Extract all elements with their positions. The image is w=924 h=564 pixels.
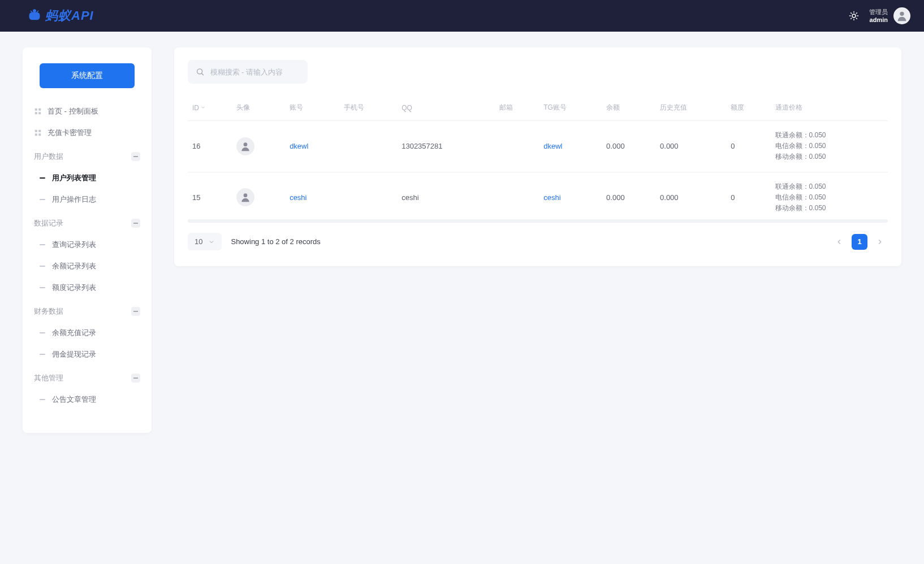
sidebar-item-label: 查询记录列表 [52,240,96,250]
sidebar-group-finance[interactable]: 财务数据 [31,298,144,322]
dash-icon [40,354,45,355]
sidebar-item-withdraw-records[interactable]: 佣金提现记录 [31,344,144,365]
theme-toggle-icon[interactable] [849,11,859,21]
cell-account[interactable]: dkewl [285,121,339,172]
svg-rect-3 [38,109,41,111]
next-page-button[interactable] [872,234,888,250]
cell-phone [339,121,397,172]
cell-account[interactable]: ceshi [285,172,339,223]
sidebar-item-label: 余额记录列表 [52,261,96,271]
sidebar-item-balance-records[interactable]: 余额记录列表 [31,255,144,277]
cell-quota: 0 [726,121,770,172]
col-tg: TG账号 [539,96,602,121]
cell-qq: 1302357281 [397,121,495,172]
sidebar-item-recharge-records[interactable]: 余额充值记录 [31,322,144,344]
svg-rect-9 [38,133,41,136]
collapse-icon[interactable] [131,374,140,383]
sidebar-item-user-list[interactable]: 用户列表管理 [31,167,144,189]
svg-rect-7 [38,130,41,132]
cell-history: 0.000 [655,172,726,223]
col-history: 历史充值 [655,96,726,121]
table-row[interactable]: 15 ceshi ceshi ceshi 0.000 0.000 0 联通余额：… [188,172,888,223]
table-scroll[interactable]: ID 头像 账号 手机号 QQ 邮箱 TG账号 余额 历史充值 额度 通道价格 [188,96,888,223]
col-qq: QQ [397,96,495,121]
user-table: ID 头像 账号 手机号 QQ 邮箱 TG账号 余额 历史充值 额度 通道价格 [188,96,888,223]
cell-quota: 0 [726,172,770,223]
dash-icon [40,399,45,400]
user-name: admin [869,16,888,24]
cell-phone [339,172,397,223]
sidebar-item-label: 额度记录列表 [52,283,96,293]
svg-point-15 [244,142,248,146]
svg-rect-5 [38,112,41,114]
sidebar-group-label: 财务数据 [34,306,63,316]
dash-icon [40,266,45,267]
search-input[interactable] [210,68,300,76]
sidebar-item-label: 用户操作日志 [52,194,96,205]
logo[interactable]: 蚂蚁API [27,8,94,24]
user-role: 管理员 [869,8,888,16]
svg-point-16 [244,194,248,198]
col-balance: 余额 [602,96,655,121]
svg-point-14 [197,69,202,74]
collapse-icon[interactable] [131,307,140,316]
page-1-button[interactable]: 1 [852,234,867,250]
collapse-icon[interactable] [131,152,140,161]
svg-rect-12 [133,311,138,312]
ant-logo-icon [27,8,42,23]
svg-rect-6 [35,130,37,132]
page-size-value: 10 [195,237,202,246]
sidebar-item-dashboard[interactable]: 首页 - 控制面板 [31,101,144,122]
sidebar-group-label: 用户数据 [34,151,63,162]
system-config-button[interactable]: 系统配置 [40,63,135,88]
search-icon [196,67,205,77]
col-quota: 额度 [726,96,770,121]
table-footer: 10 Showing 1 to 2 of 2 records 1 [188,233,888,250]
col-email: 邮箱 [495,96,539,121]
cell-tg[interactable]: ceshi [539,172,602,223]
sidebar-item-quota-records[interactable]: 额度记录列表 [31,277,144,298]
sidebar-group-other[interactable]: 其他管理 [31,365,144,389]
cell-tg[interactable]: dkewl [539,121,602,172]
dash-icon [40,244,45,245]
col-account: 账号 [285,96,339,121]
logo-text: 蚂蚁API [45,7,94,24]
sidebar-item-query-records[interactable]: 查询记录列表 [31,234,144,255]
sidebar-item-label: 充值卡密管理 [48,128,92,138]
table-row[interactable]: 16 dkewl 1302357281 dkewl 0.000 0.000 0 … [188,121,888,172]
grid-icon [34,129,42,137]
dash-icon [40,177,45,179]
cell-prices: 联通余额：0.050电信余额：0.050移动余额：0.050 [771,121,888,172]
dash-icon [40,332,45,333]
col-avatar: 头像 [232,96,285,121]
page-size-select[interactable]: 10 [188,233,222,250]
sidebar-item-user-logs[interactable]: 用户操作日志 [31,189,144,210]
sidebar-group-label: 数据记录 [34,218,63,228]
records-text: Showing 1 to 2 of 2 records [231,237,320,246]
sidebar-group-user-data[interactable]: 用户数据 [31,144,144,167]
chevron-down-icon [208,238,215,245]
svg-point-0 [852,14,856,18]
svg-rect-11 [133,223,138,224]
pagination: 1 [831,234,888,250]
col-id[interactable]: ID [188,96,232,121]
row-avatar [236,188,254,206]
col-phone: 手机号 [339,96,397,121]
dash-icon [40,199,45,200]
sidebar-item-article-mgmt[interactable]: 公告文章管理 [31,389,144,410]
header-right: 管理员 admin [849,7,910,24]
sidebar-group-label: 其他管理 [34,373,63,383]
sidebar-item-label: 首页 - 控制面板 [48,106,98,116]
sidebar-item-card[interactable]: 充值卡密管理 [31,122,144,144]
svg-point-1 [900,12,904,16]
collapse-icon[interactable] [131,219,140,228]
main-content: ID 头像 账号 手机号 QQ 邮箱 TG账号 余额 历史充值 额度 通道价格 [174,47,901,266]
svg-rect-13 [133,378,138,379]
prev-page-button[interactable] [831,234,847,250]
svg-rect-2 [35,109,37,111]
search-input-wrap[interactable] [188,60,308,84]
sidebar-group-data-records[interactable]: 数据记录 [31,210,144,234]
user-menu[interactable]: 管理员 admin [869,7,910,24]
top-header: 蚂蚁API 管理员 admin [0,0,924,32]
avatar [893,7,910,24]
